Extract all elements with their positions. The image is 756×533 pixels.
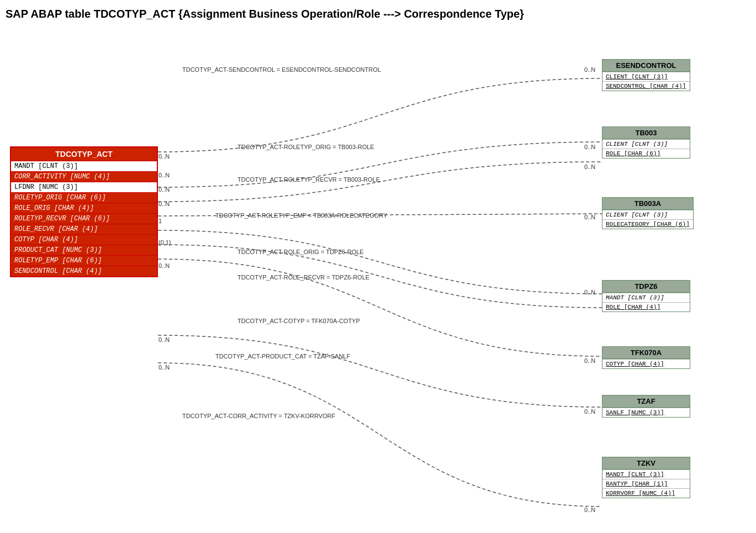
entity-row-esendcontrol-1: SENDCONTROL [CHAR (4)] <box>602 81 690 91</box>
relation-label-7: TDCOTYP_ACT-PRODUCT_CAT = TZAF-SANLF <box>215 353 350 360</box>
right-cardinality-5: 0..N <box>584 289 595 295</box>
relation-label-2: TDCOTYP_ACT-ROLETYP_RECVR = TB003-ROLE <box>237 176 380 183</box>
entity-esendcontrol: ESENDCONTROLCLIENT [CLNT (3)]SENDCONTROL… <box>602 59 690 91</box>
entity-header-tzaf: TZAF <box>602 395 690 408</box>
right-cardinality-1: 0..N <box>584 144 595 150</box>
relation-label-3: TDCOTYP_ACT-ROLETYP_EMP = TB003A-ROLECAT… <box>215 212 387 219</box>
left-cardinality-8: 0..N <box>158 364 170 371</box>
entity-tzkv: TZKVMANDT [CLNT (3)]RANTYP [CHAR (1)]KOR… <box>602 457 690 498</box>
right-cardinality-0: 0..N <box>584 66 595 73</box>
entity-row-tb003-1: ROLE [CHAR (6)] <box>602 149 690 158</box>
entity-row-tzkv-1: RANTYP [CHAR (1)] <box>602 479 690 488</box>
left-cardinality-2: 0..N <box>158 186 170 193</box>
main-table-header: TDCOTYP_ACT <box>11 147 157 161</box>
main-table-row-10: SENDCONTROL [CHAR (4)] <box>11 266 157 276</box>
left-cardinality-4: 1 <box>158 218 162 224</box>
entity-row-tdpz6-0: MANDT [CLNT (3)] <box>602 293 690 302</box>
page-title: SAP ABAP table TDCOTYP_ACT {Assignment B… <box>0 0 756 26</box>
diagram-area: TDCOTYP_ACT MANDT [CLNT (3)]CORR_ACTIVIT… <box>0 26 756 533</box>
entity-header-tb003: TB003 <box>602 127 690 139</box>
relation-label-1: TDCOTYP_ACT-ROLETYP_ORIG = TB003-ROLE <box>237 144 374 150</box>
main-table-row-5: ROLETYP_RECVR [CHAR (6)] <box>11 213 157 224</box>
right-cardinality-6: 0..N <box>584 357 595 364</box>
entity-row-tfk070a-0: COTYP [CHAR (4)] <box>602 359 690 368</box>
main-table-row-3: ROLETYP_ORIG [CHAR (6)] <box>11 192 157 203</box>
main-table-row-8: PRODUCT_CAT [NUMC (3)] <box>11 245 157 255</box>
entity-tfk070a: TFK070ACOTYP [CHAR (4)] <box>602 346 690 369</box>
main-table-row-6: ROLE_RECVR [CHAR (4)] <box>11 224 157 234</box>
entity-row-esendcontrol-0: CLIENT [CLNT (3)] <box>602 72 690 81</box>
entity-row-tzkv-0: MANDT [CLNT (3)] <box>602 469 690 479</box>
entity-row-tb003a-0: CLIENT [CLNT (3)] <box>602 210 693 219</box>
entity-header-esendcontrol: ESENDCONTROL <box>602 60 690 72</box>
right-cardinality-8: 0..N <box>584 506 595 513</box>
main-table-row-7: COTYP [CHAR (4)] <box>11 234 157 245</box>
entity-header-tdpz6: TDPZ6 <box>602 281 690 293</box>
entity-row-tzaf-0: SANLF [NUMC (3)] <box>602 408 690 417</box>
relation-label-6: TDCOTYP_ACT-COTYP = TFK070A-COTYP <box>237 318 360 324</box>
relation-label-4: TDCOTYP_ACT-ROLE_ORIG = TDPZ6-ROLE <box>237 249 364 255</box>
entity-header-tb003a: TB003A <box>602 198 693 210</box>
entity-tb003: TB003CLIENT [CLNT (3)]ROLE [CHAR (6)] <box>602 126 690 159</box>
left-cardinality-0: 0..N <box>158 153 170 160</box>
left-cardinality-6: 0..N <box>158 262 170 269</box>
right-cardinality-7: 0..N <box>584 408 595 415</box>
left-cardinality-5: {0,1} <box>158 239 171 246</box>
main-table-row-0: MANDT [CLNT (3)] <box>11 161 157 171</box>
main-table-row-9: ROLETYP_EMP [CHAR (6)] <box>11 255 157 266</box>
entity-header-tzkv: TZKV <box>602 457 690 469</box>
entity-header-tfk070a: TFK070A <box>602 347 690 359</box>
relation-label-8: TDCOTYP_ACT-CORR_ACTIVITY = TZKV-KORRVOR… <box>182 413 335 419</box>
main-table-row-4: ROLE_ORIG [CHAR (4)] <box>11 203 157 213</box>
main-table: TDCOTYP_ACT MANDT [CLNT (3)]CORR_ACTIVIT… <box>10 146 158 277</box>
entity-row-tdpz6-1: ROLE [CHAR (4)] <box>602 302 690 312</box>
left-cardinality-7: 0..N <box>158 336 170 343</box>
entity-row-tb003-0: CLIENT [CLNT (3)] <box>602 139 690 149</box>
left-cardinality-1: 0..N <box>158 172 170 178</box>
entity-tb003a: TB003ACLIENT [CLNT (3)]ROLECATEGORY [CHA… <box>602 197 694 229</box>
right-cardinality-2: 0..N <box>584 163 595 170</box>
relation-label-0: TDCOTYP_ACT-SENDCONTROL = ESENDCONTROL-S… <box>182 66 381 73</box>
entity-row-tb003a-1: ROLECATEGORY [CHAR (6)] <box>602 219 693 229</box>
main-table-row-2: LFDNR [NUMC (3)] <box>11 182 157 192</box>
entity-row-tzkv-2: KORRVORF [NUMC (4)] <box>602 488 690 498</box>
main-table-row-1: CORR_ACTIVITY [NUMC (4)] <box>11 171 157 182</box>
relation-label-5: TDCOTYP_ACT-ROLE_RECVR = TDPZ6-ROLE <box>237 274 369 281</box>
right-cardinality-3: 0..N <box>584 214 595 220</box>
entity-tzaf: TZAFSANLF [NUMC (3)] <box>602 395 690 418</box>
entity-tdpz6: TDPZ6MANDT [CLNT (3)]ROLE [CHAR (4)] <box>602 280 690 312</box>
left-cardinality-3: 0..N <box>158 200 170 207</box>
